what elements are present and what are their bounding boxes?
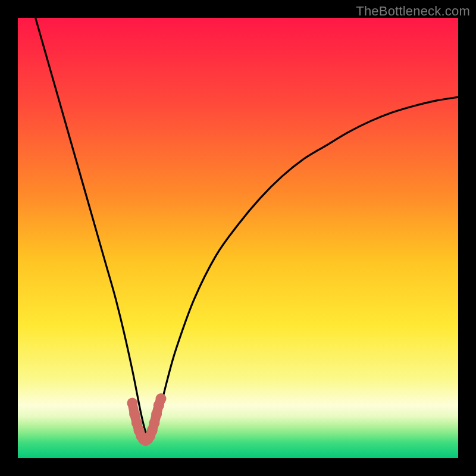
watermark-text: TheBottleneck.com bbox=[356, 4, 470, 19]
optimal-range-point bbox=[156, 393, 167, 404]
gradient-background bbox=[18, 18, 458, 458]
chart-frame bbox=[18, 18, 458, 458]
optimal-range-point bbox=[127, 398, 137, 409]
bottleneck-chart bbox=[18, 18, 458, 458]
